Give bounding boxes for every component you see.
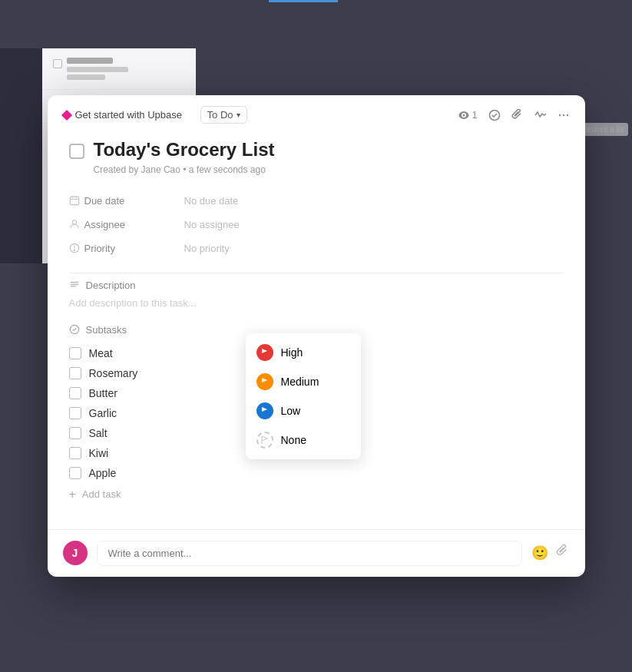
flag-high-icon [256, 344, 273, 361]
priority-label: Priority [69, 243, 177, 254]
person-icon [69, 219, 80, 230]
comment-actions: 🙂 [531, 545, 570, 561]
flag-medium-icon [256, 373, 273, 390]
assignee-value[interactable]: No assignee [184, 219, 240, 230]
priority-option-high[interactable]: High [246, 338, 361, 367]
activity-icon [534, 109, 547, 121]
due-date-row: Due date No due date [69, 189, 564, 213]
add-subtask-row[interactable]: + Add task [69, 483, 564, 506]
eye-icon [458, 109, 470, 121]
subtasks-label: Subtasks [86, 324, 127, 336]
priority-high-label: High [281, 346, 303, 359]
subtask-label-5: Salt [89, 427, 108, 439]
created-by: Created by Jane Cao [94, 164, 180, 175]
priority-option-none[interactable]: None [246, 425, 361, 455]
subtask-checkbox-3[interactable] [69, 387, 81, 399]
attachment-button[interactable] [511, 109, 524, 121]
assignee-row: Assignee No assignee [69, 213, 564, 237]
attach-button[interactable] [556, 545, 570, 561]
more-options-button[interactable] [558, 109, 570, 121]
svg-point-1 [558, 114, 560, 115]
priority-option-low[interactable]: Low [246, 396, 361, 425]
subtask-label-4: Garlic [89, 407, 117, 419]
watcher-count: 1 [472, 110, 478, 121]
assignee-label: Assignee [69, 219, 177, 230]
task-modal: Get started with Upbase To Do ▾ 1 [48, 95, 585, 577]
add-task-label: Add task [82, 488, 121, 500]
subtask-label-6: Kiwi [89, 447, 109, 459]
svg-rect-4 [70, 197, 78, 206]
avatar: J [63, 541, 88, 565]
due-date-value[interactable]: No due date [184, 195, 239, 207]
subtask-item: Apple [69, 463, 564, 483]
priority-value[interactable]: No priority [184, 243, 230, 254]
comment-input[interactable] [97, 541, 522, 566]
svg-point-2 [562, 114, 564, 115]
subtask-checkbox-2[interactable] [69, 367, 81, 379]
svg-point-3 [566, 114, 567, 115]
subtask-checkbox-1[interactable] [69, 347, 81, 359]
comment-area: J 🙂 [48, 529, 585, 577]
watchers-button[interactable]: 1 [458, 109, 478, 121]
description-icon [69, 280, 80, 290]
priority-low-label: Low [281, 405, 301, 417]
subtask-label-1: Meat [89, 347, 113, 359]
section-divider [69, 273, 564, 273]
modal-overlay: Get started with Upbase To Do ▾ 1 [0, 0, 632, 672]
description-section: Description Add description to this task… [69, 280, 564, 309]
breadcrumb-separator [190, 109, 193, 121]
complete-button[interactable] [488, 109, 501, 121]
properties-section: Due date No due date Assignee No assigne… [69, 189, 564, 260]
status-label: To Do [207, 109, 233, 121]
created-time: a few seconds ago [189, 164, 266, 175]
priority-row: Priority No priority [69, 237, 564, 260]
priority-option-medium[interactable]: Medium [246, 367, 361, 396]
priority-icon [69, 243, 80, 253]
subtask-checkbox-5[interactable] [69, 427, 81, 439]
task-title-row: Today's Grocery List [69, 139, 564, 161]
priority-medium-label: Medium [281, 376, 319, 388]
modal-topbar: Get started with Upbase To Do ▾ 1 [48, 95, 585, 131]
task-meta: Created by Jane Cao • a few seconds ago [94, 164, 564, 175]
add-task-plus-icon: + [69, 488, 76, 502]
subtask-label-2: Rosemary [89, 367, 138, 379]
svg-point-11 [74, 250, 74, 250]
priority-none-label: None [281, 434, 306, 446]
subtask-label-7: Apple [89, 467, 117, 479]
priority-dropdown: High Medium Low None [246, 333, 361, 459]
check-icon [488, 109, 501, 121]
calendar-icon [69, 195, 80, 206]
diamond-icon [61, 110, 71, 121]
task-title: Today's Grocery List [94, 139, 275, 161]
status-badge[interactable]: To Do ▾ [200, 106, 247, 124]
subtasks-icon [69, 324, 80, 335]
subtask-checkbox-4[interactable] [69, 407, 81, 419]
description-header: Description [69, 280, 564, 291]
subtask-checkbox-7[interactable] [69, 467, 81, 479]
paperclip-icon [511, 109, 524, 121]
due-date-label: Due date [69, 195, 177, 207]
task-complete-checkbox[interactable] [69, 144, 84, 159]
activity-button[interactable] [534, 109, 547, 121]
breadcrumb-label: Get started with Upbase [75, 109, 182, 121]
svg-point-8 [72, 220, 76, 224]
emoji-button[interactable]: 🙂 [531, 545, 548, 561]
flag-none-icon [256, 432, 273, 449]
chevron-down-icon: ▾ [237, 111, 240, 119]
modal-body: Today's Grocery List Created by Jane Cao… [48, 131, 585, 529]
description-input[interactable]: Add description to this task... [69, 297, 564, 309]
flag-low-icon [256, 402, 273, 419]
subtask-label-3: Butter [89, 387, 117, 399]
description-label: Description [86, 280, 136, 291]
more-icon [558, 109, 570, 121]
subtask-checkbox-6[interactable] [69, 447, 81, 459]
breadcrumb[interactable]: Get started with Upbase [63, 109, 182, 121]
topbar-actions: 1 [458, 109, 570, 121]
